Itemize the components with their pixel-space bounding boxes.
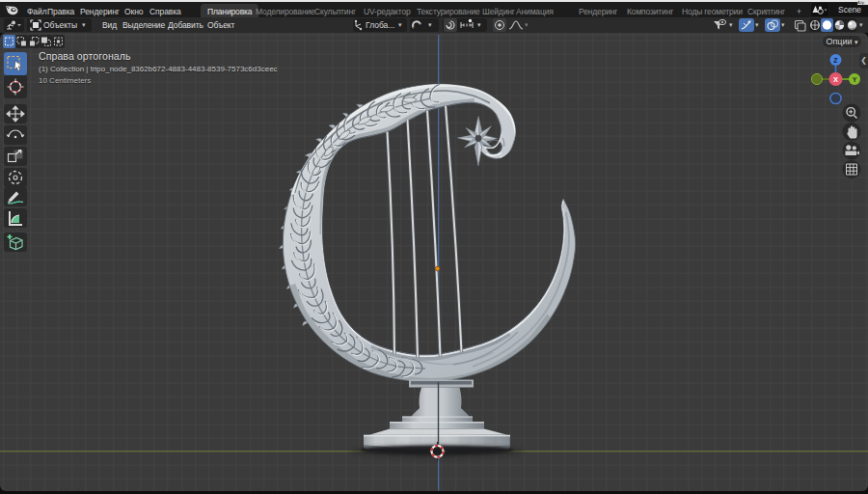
svg-text:Y: Y <box>853 76 857 83</box>
svg-text:X: X <box>833 75 838 84</box>
svg-text:Z: Z <box>833 57 838 64</box>
